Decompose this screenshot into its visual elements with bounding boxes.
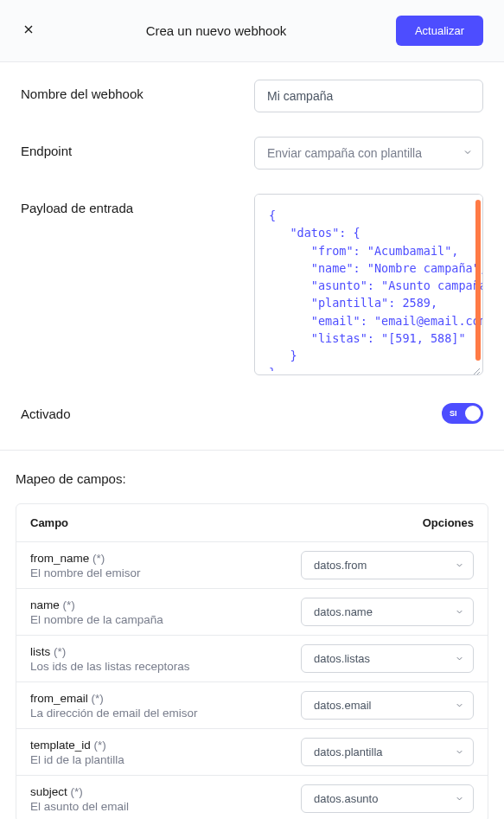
mapping-table: Campo Opciones from_name (*) El nombre d… xyxy=(16,503,488,819)
modal-header: Crea un nuevo webhook Actualizar xyxy=(0,0,504,62)
required-marker: (*) xyxy=(54,645,66,658)
field-description: El asunto del email xyxy=(30,800,301,813)
mapping-title: Mapeo de campos: xyxy=(16,471,488,486)
toggle-knob xyxy=(465,406,481,421)
close-icon xyxy=(22,22,35,40)
field-name: subject (*) xyxy=(30,785,301,798)
mapping-option-select[interactable]: datos.asunto xyxy=(301,784,474,813)
mapping-option-select[interactable]: datos.email xyxy=(301,691,474,720)
mapping-field-cell: lists (*) Los ids de las listas receptor… xyxy=(30,645,301,673)
field-description: Los ids de las listas receptoras xyxy=(30,660,301,673)
required-marker: (*) xyxy=(92,692,104,705)
endpoint-label: Endpoint xyxy=(21,137,254,158)
table-row: name (*) El nombre de la campaña datos.n… xyxy=(16,589,488,636)
payload-scrollbar[interactable] xyxy=(475,200,481,361)
webhook-name-input[interactable] xyxy=(254,80,483,112)
form-body: Nombre del webhook Endpoint Enviar campa… xyxy=(0,62,504,451)
mapping-option-select[interactable]: datos.name xyxy=(301,598,474,626)
table-row: from_name (*) El nombre del emisor datos… xyxy=(16,542,488,589)
mapping-field-cell: subject (*) El asunto del email xyxy=(30,785,301,813)
resize-handle-icon[interactable] xyxy=(472,364,481,373)
activado-label: Activado xyxy=(21,406,71,421)
field-description: El nombre del emisor xyxy=(30,566,301,579)
column-header-options: Opciones xyxy=(423,516,474,529)
payload-label: Payload de entrada xyxy=(21,194,254,215)
field-name: lists (*) xyxy=(30,645,301,658)
update-button[interactable]: Actualizar xyxy=(396,16,483,46)
mapping-option-select[interactable]: datos.plantilla xyxy=(301,738,474,766)
endpoint-row: Endpoint Enviar campaña con plantilla xyxy=(21,137,483,170)
mapping-field-cell: from_email (*) La dirección de email del… xyxy=(30,692,301,720)
activado-toggle[interactable]: SI xyxy=(442,403,483,424)
webhook-name-label: Nombre del webhook xyxy=(21,80,254,101)
required-marker: (*) xyxy=(93,552,105,565)
table-row: lists (*) Los ids de las listas receptor… xyxy=(16,636,488,682)
mapping-field-cell: template_id (*) El id de la plantilla xyxy=(30,739,301,766)
endpoint-select[interactable]: Enviar campaña con plantilla xyxy=(254,137,483,170)
table-row: subject (*) El asunto del email datos.as… xyxy=(16,776,488,819)
field-name: from_name (*) xyxy=(30,552,301,565)
required-marker: (*) xyxy=(63,598,75,611)
payload-row: Payload de entrada xyxy=(21,194,483,375)
required-marker: (*) xyxy=(71,785,83,798)
field-description: El nombre de la campaña xyxy=(30,613,301,626)
mapping-option-select[interactable]: datos.from xyxy=(301,551,474,579)
column-header-field: Campo xyxy=(30,516,68,529)
activado-row: Activado SI xyxy=(21,400,483,424)
field-name: from_email (*) xyxy=(30,692,301,705)
mapping-section: Mapeo de campos: Campo Opciones from_nam… xyxy=(0,451,504,819)
mapping-field-cell: name (*) El nombre de la campaña xyxy=(30,598,301,626)
field-name: template_id (*) xyxy=(30,739,301,752)
required-marker: (*) xyxy=(94,739,106,752)
field-name: name (*) xyxy=(30,598,301,611)
payload-textarea[interactable] xyxy=(255,195,482,371)
table-row: from_email (*) La dirección de email del… xyxy=(16,682,488,729)
close-button[interactable] xyxy=(21,23,36,39)
toggle-label: SI xyxy=(450,409,457,418)
modal-title: Crea un nuevo webhook xyxy=(36,23,396,38)
field-description: La dirección de email del emisor xyxy=(30,707,301,720)
webhook-name-row: Nombre del webhook xyxy=(21,80,483,112)
table-row: template_id (*) El id de la plantilla da… xyxy=(16,729,488,776)
mapping-table-header: Campo Opciones xyxy=(16,504,488,542)
mapping-field-cell: from_name (*) El nombre del emisor xyxy=(30,552,301,579)
field-description: El id de la plantilla xyxy=(30,753,301,766)
mapping-option-select[interactable]: datos.listas xyxy=(301,644,474,673)
